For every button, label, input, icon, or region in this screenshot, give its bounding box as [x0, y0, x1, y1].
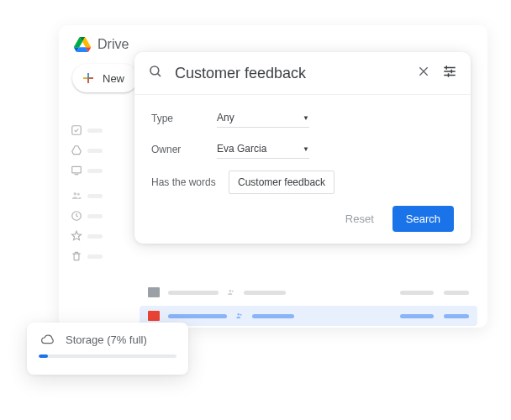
search-button[interactable]: Search	[392, 206, 454, 232]
sidebar-placeholder	[87, 194, 103, 198]
sidebar-placeholder	[87, 214, 103, 218]
sidebar-placeholder	[87, 169, 103, 173]
storage-label: Storage (7% full)	[66, 333, 147, 346]
file-name-placeholder	[168, 291, 219, 295]
svg-rect-15	[448, 73, 450, 77]
filter-owner-value: Eva Garcia	[217, 143, 266, 155]
file-row[interactable]	[140, 282, 477, 302]
filter-type-row: Type Any ▼	[151, 108, 454, 128]
sidebar-placeholder	[87, 129, 103, 133]
star-icon	[71, 230, 82, 242]
search-bar	[134, 52, 471, 95]
file-row-selected[interactable]	[140, 306, 477, 326]
plus-icon	[81, 71, 96, 86]
storage-progress-fill	[39, 354, 48, 358]
svg-point-2	[74, 192, 77, 196]
filter-actions: Reset Search	[151, 206, 454, 232]
svg-point-7	[238, 313, 240, 316]
svg-rect-0	[72, 126, 82, 135]
search-filters: Type Any ▼ Owner Eva Garcia ▼ Has the wo…	[134, 95, 471, 244]
file-meta-placeholder	[444, 314, 469, 318]
filter-owner-select[interactable]: Eva Garcia ▼	[217, 139, 309, 159]
filter-owner-row: Owner Eva Garcia ▼	[151, 139, 454, 159]
sidebar-item-computers[interactable]	[71, 165, 113, 176]
file-meta-placeholder	[244, 291, 286, 295]
search-panel: Type Any ▼ Owner Eva Garcia ▼ Has the wo…	[134, 52, 471, 244]
sidebar-item-starred[interactable]	[71, 230, 113, 242]
check-box-icon	[71, 124, 82, 136]
svg-rect-1	[72, 166, 82, 173]
sidebar-placeholder	[87, 149, 103, 153]
filter-type-value: Any	[217, 112, 234, 123]
filter-owner-label: Owner	[151, 144, 217, 155]
sidebar-placeholder	[87, 234, 103, 239]
drive-logo-icon	[74, 37, 91, 52]
filter-type-select[interactable]: Any ▼	[217, 108, 309, 128]
svg-rect-13	[446, 66, 448, 70]
search-icon	[148, 64, 163, 82]
reset-button[interactable]: Reset	[337, 206, 382, 232]
file-list	[140, 282, 477, 329]
sidebar-item-priority[interactable]	[71, 124, 113, 136]
filter-words-label: Has the words	[151, 176, 229, 188]
drive-icon	[71, 144, 82, 156]
svg-point-8	[240, 314, 242, 316]
svg-rect-14	[451, 70, 453, 74]
shared-icon	[225, 288, 237, 297]
file-meta-placeholder	[400, 314, 434, 318]
storage-progress-bar	[39, 354, 176, 358]
svg-point-5	[229, 290, 232, 292]
people-icon	[71, 190, 82, 202]
new-button-label: New	[103, 72, 124, 85]
app-name: Drive	[97, 37, 129, 52]
sidebar-item-shared[interactable]	[71, 190, 113, 202]
image-file-icon	[148, 311, 160, 321]
file-meta-placeholder	[444, 291, 469, 295]
svg-rect-11	[444, 71, 456, 72]
storage-header: Storage (7% full)	[39, 333, 176, 346]
filter-words-chip[interactable]: Customer feedback	[229, 171, 335, 194]
sidebar-placeholder	[87, 255, 103, 259]
cloud-icon	[39, 333, 57, 346]
chevron-down-icon: ▼	[303, 114, 309, 122]
sidebar	[71, 124, 113, 270]
filter-words-row: Has the words Customer feedback	[151, 171, 454, 194]
drive-window: Drive New	[59, 25, 487, 328]
svg-rect-10	[444, 67, 456, 69]
folder-icon	[148, 287, 160, 297]
sidebar-item-trash[interactable]	[71, 250, 113, 262]
search-input[interactable]	[175, 65, 417, 82]
file-meta-placeholder	[252, 314, 294, 318]
sidebar-item-mydrive[interactable]	[71, 144, 113, 156]
trash-icon	[71, 250, 82, 262]
shared-icon	[234, 312, 245, 320]
clear-search-icon[interactable]	[417, 65, 430, 81]
computer-icon	[71, 165, 82, 176]
svg-point-9	[150, 66, 159, 75]
svg-point-3	[77, 193, 80, 196]
svg-rect-12	[444, 75, 456, 76]
storage-card[interactable]: Storage (7% full)	[27, 323, 188, 375]
file-name-placeholder	[168, 314, 227, 318]
clock-icon	[71, 210, 82, 222]
search-options-icon[interactable]	[442, 64, 457, 82]
sidebar-item-recent[interactable]	[71, 210, 113, 222]
chevron-down-icon: ▼	[303, 145, 309, 153]
filter-type-label: Type	[151, 113, 217, 124]
new-button[interactable]: New	[72, 64, 138, 92]
file-meta-placeholder	[400, 291, 434, 295]
svg-point-6	[232, 291, 234, 292]
